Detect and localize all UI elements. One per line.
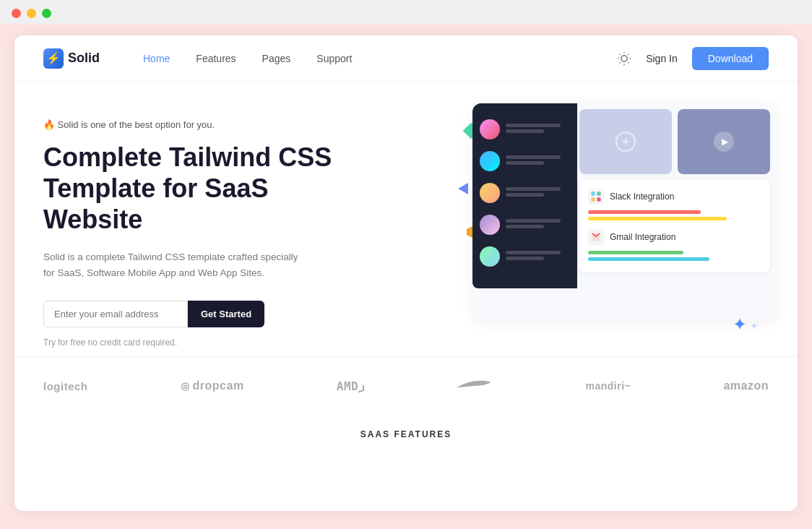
svg-line-3 [620,53,621,54]
brand-mandiri: mandiri~ [586,380,631,392]
chat-line [506,129,544,133]
brand-dropcam: dropcam [181,379,244,392]
progress-bar-teal [588,257,709,261]
chat-line [506,124,561,127]
chat-lines-5 [506,251,570,262]
navbar: ⚡ Solid Home Features Pages Support Sign… [14,35,798,82]
nav-link-home[interactable]: Home [143,53,170,64]
logo-text: Solid [68,51,100,66]
chat-item-1 [472,113,577,145]
maximize-button[interactable] [42,9,51,18]
sparkle-blue-icon: ✦ [733,314,747,335]
chat-lines-2 [506,155,570,167]
hero-illustration: + ▶ [444,89,776,335]
logo-icon: ⚡ [43,48,64,69]
gmail-integration-name: Gmail Integration [610,232,675,242]
chat-lines-4 [506,219,570,231]
hero-title: Complete Tailwind CSS Template for SaaS … [43,142,347,236]
chat-line [506,187,561,191]
slack-integration-name: Slack Integration [610,192,674,202]
svg-rect-11 [591,197,595,201]
avatar-3 [480,183,500,203]
get-started-button[interactable]: Get Started [188,301,264,327]
nav-link-features[interactable]: Features [196,53,236,64]
close-button[interactable] [12,9,21,18]
sign-in-link[interactable]: Sign In [646,53,678,64]
panel-play: ▶ [678,109,770,174]
hero-description: Solid is a complete Tailwind CSS templat… [43,249,303,280]
chat-line [506,193,544,197]
svg-point-0 [621,55,627,61]
trial-text: Try for free no credit card required. [43,337,347,348]
nav-link-pages[interactable]: Pages [262,53,291,64]
svg-line-7 [620,62,621,63]
plus-circle-icon: + [616,132,636,152]
svg-line-4 [628,62,629,63]
hero-section: 🔥 Solid is one of the best option for yo… [14,82,798,356]
progress-bar-red [588,210,701,214]
chat-item-2 [472,145,577,177]
hero-title-line1: Complete Tailwind CSS [43,142,332,172]
play-circle-icon: ▶ [714,132,734,152]
chat-line [506,219,561,223]
nav-links: Home Features Pages Support [143,53,617,64]
chat-lines-3 [506,187,570,199]
nav-actions: Sign In Download [617,47,769,70]
integrations-panel: Slack Integration [579,180,770,272]
avatar-5 [480,246,500,267]
saas-features-text: SAAS FEATURES [360,429,452,439]
window: ⚡ Solid Home Features Pages Support Sign… [0,0,812,529]
chat-line [506,251,561,254]
svg-rect-12 [597,197,600,201]
minimize-button[interactable] [27,9,36,18]
chat-item-3 [472,177,577,209]
brand-amd: AMD [337,379,364,393]
brand-amazon: amazon [723,379,769,392]
avatar-2 [480,151,500,171]
chat-panel [472,103,577,288]
gmail-integration-row: Gmail Integration [588,229,761,245]
illustration-card: + ▶ [472,103,776,320]
saas-features-label: SAAS FEATURES [14,415,798,454]
window-titlebar [0,0,812,24]
svg-line-8 [628,53,629,54]
brand-logitech: logitech [43,380,88,392]
brand-nike [455,374,496,397]
chat-item-5 [472,241,577,272]
top-panels: + ▶ [579,109,770,174]
chat-lines-1 [506,124,570,135]
hero-badge: 🔥 Solid is one of the best option for yo… [43,119,347,130]
hero-title-line2: Template for SaaS Website [43,173,268,234]
site-wrapper: ⚡ Solid Home Features Pages Support Sign… [14,35,798,511]
hero-content: 🔥 Solid is one of the best option for yo… [43,119,347,348]
avatar-4 [480,215,500,235]
email-input[interactable] [43,301,188,327]
progress-bar-yellow [588,217,727,220]
logo[interactable]: ⚡ Solid [43,48,100,69]
theme-toggle-icon[interactable] [617,51,631,66]
email-form: Get Started [43,301,347,327]
panel-plus: + [579,109,672,174]
gmail-icon [588,229,604,245]
nav-link-support[interactable]: Support [316,53,352,64]
deco-triangle [458,183,468,194]
chat-line [506,257,544,260]
chat-line [506,161,544,165]
svg-rect-9 [591,192,595,195]
brands-section: logitech dropcam AMD mandiri~ amazon [14,356,798,415]
right-panels: + ▶ [579,109,770,314]
chat-line [506,225,544,228]
chat-item-4 [472,209,577,241]
chat-line [506,155,561,159]
download-button[interactable]: Download [692,47,769,70]
progress-bar-green [588,251,683,254]
slack-integration-row: Slack Integration [588,189,761,205]
slack-icon [588,189,604,205]
svg-rect-10 [597,192,600,195]
avatar-1 [480,119,500,139]
browser-body: ⚡ Solid Home Features Pages Support Sign… [0,24,812,525]
sparkle-small-icon: ✦ [750,320,759,332]
